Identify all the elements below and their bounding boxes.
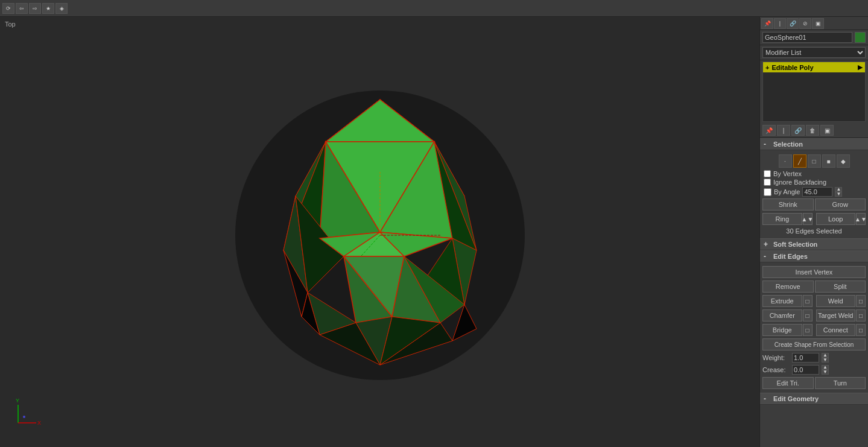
weld-group: Weld □ (816, 295, 866, 307)
stack-cfg-btn[interactable]: ▣ (820, 125, 834, 136)
stack-pin-btn[interactable]: 📌 (762, 125, 776, 136)
ep-expand-icon: + (765, 64, 769, 71)
toolbar-btn-5[interactable]: ◈ (55, 3, 68, 14)
editable-poly-label: Editable Poly (771, 64, 855, 71)
by-vertex-checkbox[interactable] (764, 170, 771, 177)
ring-settings-btn[interactable]: ▲▼ (803, 213, 813, 225)
edit-edges-section-content: Insert Vertex Remove Split Extrude □ Wel… (760, 262, 868, 393)
viewport-label: Top (5, 21, 16, 28)
edit-tri-btn[interactable]: Edit Tri. (762, 377, 814, 389)
target-weld-settings-btn[interactable]: □ (856, 309, 866, 322)
edit-edges-section-header[interactable]: - Edit Edges (760, 250, 868, 262)
crease-down[interactable]: ▼ (822, 370, 829, 375)
by-vertex-label: By Vertex (773, 170, 802, 177)
object-name-input[interactable] (762, 32, 852, 43)
modifier-list-row: Modifier List (760, 45, 868, 60)
by-angle-down[interactable]: ▼ (835, 192, 842, 197)
crease-row: Crease: ▲ ▼ (762, 364, 866, 376)
connect-btn[interactable]: Connect (816, 324, 856, 336)
target-weld-btn[interactable]: Target Weld (816, 309, 856, 322)
panel-unlink-btn[interactable]: ⊘ (799, 18, 811, 29)
weld-btn[interactable]: Weld (816, 295, 856, 307)
split-btn[interactable]: Split (815, 281, 866, 293)
weight-label: Weight: (762, 354, 790, 361)
edit-tri-turn-row: Edit Tri. Turn (762, 376, 866, 390)
extrude-weld-row: Extrude □ Weld □ (762, 294, 866, 308)
by-angle-spinner: ▲ ▼ (835, 187, 842, 197)
vertex-mode-btn[interactable]: · (779, 154, 792, 168)
chamfer-settings-btn[interactable]: □ (803, 309, 813, 322)
bridge-btn[interactable]: Bridge (762, 324, 802, 336)
ignore-backfacing-checkbox[interactable] (764, 179, 771, 186)
selection-section-header[interactable]: - Selection (760, 138, 868, 150)
modifier-list-dropdown[interactable]: Modifier List (762, 47, 866, 58)
viewport[interactable]: Top (0, 17, 759, 447)
chamfer-targetweld-row: Chamfer □ Target Weld □ (762, 308, 866, 323)
shrink-grow-row: Shrink Grow (762, 197, 866, 212)
stack-buttons: 📌 | 🔗 🗑 ▣ (760, 123, 868, 138)
soft-selection-section-header[interactable]: + Soft Selection (760, 238, 868, 250)
remove-split-row: Remove Split (762, 279, 866, 294)
soft-selection-expand-icon: + (764, 240, 771, 249)
loop-settings-btn[interactable]: ▲▼ (856, 213, 866, 225)
object-color-swatch[interactable] (855, 32, 866, 43)
panel-view-btn[interactable]: ▣ (812, 18, 824, 29)
create-shape-btn[interactable]: Create Shape From Selection (762, 338, 866, 350)
svg-text:X: X (37, 420, 41, 426)
ring-btn[interactable]: Ring (762, 213, 802, 225)
extrude-settings-btn[interactable]: □ (803, 295, 813, 307)
insert-vertex-btn[interactable]: Insert Vertex (762, 266, 866, 278)
weight-down[interactable]: ▼ (822, 358, 829, 363)
stack-link-btn[interactable]: 🔗 (791, 125, 805, 136)
connect-settings-btn[interactable]: □ (856, 324, 866, 336)
weight-input[interactable] (792, 353, 819, 363)
by-angle-checkbox[interactable] (764, 188, 771, 196)
svg-point-40 (23, 416, 25, 418)
geosphere-svg (223, 63, 537, 401)
weld-settings-btn[interactable]: □ (856, 295, 866, 307)
edit-edges-collapse-icon: - (764, 252, 771, 261)
edit-edges-section-title: Edit Edges (773, 253, 808, 260)
grow-btn[interactable]: Grow (815, 198, 866, 211)
toolbar-btn-2[interactable]: ⇦ (16, 3, 28, 14)
selection-icons-row: · ╱ □ ■ ◆ (762, 153, 866, 170)
bridge-settings-btn[interactable]: □ (803, 324, 813, 336)
by-angle-input[interactable] (802, 187, 832, 197)
extrude-btn[interactable]: Extrude (762, 295, 802, 307)
remove-btn[interactable]: Remove (762, 281, 814, 293)
crease-input[interactable] (792, 365, 819, 375)
loop-btn[interactable]: Loop (816, 213, 856, 225)
edit-geometry-section-header[interactable]: - Edit Geometry (760, 393, 868, 405)
by-angle-row: By Angle ▲ ▼ (762, 186, 866, 197)
editable-poly-item[interactable]: + Editable Poly ▶ (763, 62, 865, 72)
stack-del-btn[interactable]: 🗑 (806, 125, 819, 136)
object-name-row (760, 30, 868, 45)
border-mode-btn[interactable]: □ (808, 154, 821, 168)
bridge-connect-row: Bridge □ Connect □ (762, 323, 866, 337)
svg-text:Y: Y (16, 398, 19, 404)
toolbar-btn-1[interactable]: ⟳ (2, 3, 14, 14)
axes-display: X Y (12, 393, 48, 429)
selection-collapse-icon: - (764, 140, 771, 148)
weight-row: Weight: ▲ ▼ (762, 352, 866, 364)
stack-vert-btn[interactable]: | (777, 125, 790, 136)
connect-group: Connect □ (816, 324, 866, 336)
shrink-btn[interactable]: Shrink (762, 198, 814, 211)
panel-link-btn[interactable]: 🔗 (787, 18, 799, 29)
soft-selection-section-title: Soft Selection (773, 241, 817, 248)
panel-pin-btn[interactable]: 📌 (761, 18, 773, 29)
polygon-mode-btn[interactable]: ■ (822, 154, 835, 168)
edit-geometry-section-title: Edit Geometry (773, 395, 819, 402)
edge-mode-btn[interactable]: ╱ (793, 154, 806, 168)
toolbar-btn-4[interactable]: ★ (42, 3, 54, 14)
turn-btn[interactable]: Turn (815, 377, 866, 389)
element-mode-btn[interactable]: ◆ (837, 154, 850, 168)
ring-loop-row: Ring ▲▼ Loop ▲▼ (762, 212, 866, 226)
ignore-backfacing-label: Ignore Backfacing (773, 179, 826, 186)
right-panel: 📌 | 🔗 ⊘ ▣ Modifier List + Editable Poly … (759, 17, 868, 447)
ring-group: Ring ▲▼ (762, 213, 813, 225)
selection-section-title: Selection (773, 141, 803, 148)
toolbar-btn-3[interactable]: ⇨ (29, 3, 41, 14)
panel-nav-btn[interactable]: | (774, 18, 786, 29)
chamfer-btn[interactable]: Chamfer (762, 309, 802, 322)
